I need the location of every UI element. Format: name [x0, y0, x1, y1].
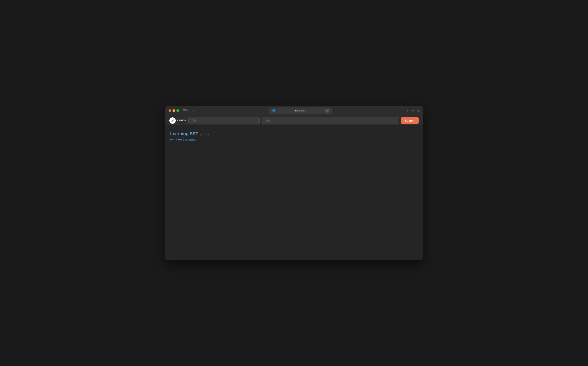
title-input[interactable] [188, 117, 259, 124]
chevron-down-icon: ▾ [187, 109, 188, 112]
link-title: Learning SST [170, 131, 198, 136]
address-bar[interactable]: 🌐 localhost ··· [269, 107, 332, 114]
submit-button[interactable]: Submit [401, 117, 419, 124]
share-icon[interactable]: ⬆ [407, 109, 409, 113]
new-tab-icon[interactable]: + [412, 109, 414, 113]
title-bar-actions: ⬆ + ⧉ [407, 109, 419, 113]
browser-window: ▾ ‹ 🌐 localhost ··· ⬆ + ⧉ 🔗 LINKS Submit [165, 106, 423, 260]
toolbar: 🔗 LINKS Submit [165, 115, 423, 126]
close-button[interactable] [169, 109, 171, 112]
meta-separator: • [173, 138, 174, 141]
address-bar-container: 🌐 localhost ··· [197, 107, 404, 114]
comment-count: 0 [170, 138, 172, 141]
url-input[interactable] [262, 117, 398, 124]
back-button[interactable]: ‹ [191, 108, 195, 113]
address-bar-text: localhost [277, 109, 324, 112]
sidebar-toggle-icon [183, 109, 187, 112]
logo-text: LINKS [177, 119, 186, 122]
logo-area: 🔗 LINKS [169, 117, 186, 124]
sidebar-toggle[interactable]: ▾ [183, 109, 188, 112]
content-area: Learning SST (sst.dev) 0 • View Comments [165, 126, 423, 260]
link-domain: (sst.dev) [200, 133, 211, 136]
title-bar: ▾ ‹ 🌐 localhost ··· ⬆ + ⧉ [165, 106, 423, 115]
link-title-row: Learning SST (sst.dev) [170, 131, 418, 136]
link-icon: 🔗 [171, 119, 174, 122]
maximize-button[interactable] [176, 109, 179, 112]
minimize-button[interactable] [172, 109, 175, 112]
traffic-lights [169, 109, 179, 112]
link-meta: 0 • View Comments [170, 138, 418, 141]
address-bar-more-icon[interactable]: ··· [325, 109, 329, 113]
tabs-icon[interactable]: ⧉ [417, 109, 419, 113]
view-comments-link[interactable]: View Comments [176, 138, 196, 141]
address-bar-icon: 🌐 [272, 109, 275, 112]
logo-circle: 🔗 [169, 117, 176, 124]
